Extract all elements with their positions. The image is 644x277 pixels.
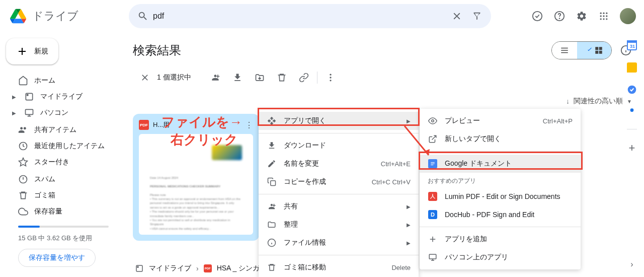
drive-icon	[135, 264, 144, 273]
calendar-icon[interactable]: 31	[627, 40, 637, 50]
sidebar-item-spam[interactable]: スパム	[6, 171, 125, 187]
tasks-icon[interactable]	[627, 85, 637, 95]
sidebar-item-home[interactable]: ホーム	[6, 73, 125, 89]
settings-icon[interactable]	[572, 6, 592, 26]
ctx-open-with[interactable]: アプリで開く▶	[259, 112, 419, 130]
sidebar-item-storage[interactable]: 保存容量	[6, 203, 125, 220]
submenu-newtab[interactable]: 新しいタブで開く	[420, 130, 581, 148]
svg-point-23	[330, 74, 331, 76]
add-panel-icon[interactable]: +	[629, 142, 635, 155]
selection-text: 1 個選択中	[157, 73, 191, 82]
chevron-right-icon: ›	[196, 264, 199, 272]
sidebar-item-mydrive[interactable]: ▶マイドライブ	[6, 89, 125, 105]
submenu-google-docs[interactable]: Google ドキュメント	[420, 155, 581, 173]
chevron-right-icon: ▶	[407, 118, 411, 124]
deselect-button[interactable]	[135, 67, 155, 88]
submenu-add-app[interactable]: アプリを追加	[420, 230, 581, 248]
dochub-icon: D	[428, 210, 438, 220]
grid-view-button[interactable]	[577, 42, 611, 59]
list-view-button[interactable]	[552, 42, 577, 59]
new-button[interactable]: 新規	[6, 38, 58, 64]
copy-icon	[267, 177, 277, 187]
search-icon[interactable]	[133, 6, 153, 26]
contacts-icon[interactable]	[627, 107, 637, 117]
ctx-copy[interactable]: コピーを作成Ctrl+C Ctrl+V	[259, 173, 419, 191]
collapse-panel-icon[interactable]: ›	[630, 260, 633, 269]
gdocs-icon	[428, 159, 438, 169]
svg-point-30	[432, 120, 434, 122]
chevron-right-icon: ▶	[10, 110, 18, 116]
sort-direction-icon[interactable]: ↓	[566, 97, 570, 105]
storage-bar	[18, 226, 109, 228]
sidebar-item-trash[interactable]: ゴミ箱	[6, 187, 125, 203]
trash-icon	[267, 262, 277, 272]
ctx-share[interactable]: 共有▶	[259, 197, 419, 216]
svg-point-24	[330, 77, 331, 78]
folder-icon	[267, 220, 277, 230]
computer-icon	[428, 252, 438, 262]
side-panel: 31 + ›	[620, 32, 644, 277]
sidebar-item-label: マイドライブ	[40, 92, 83, 101]
divider	[317, 72, 317, 84]
lumin-icon: 人	[428, 191, 438, 201]
home-icon	[18, 76, 28, 86]
keep-icon[interactable]	[627, 62, 637, 73]
svg-point-3	[600, 13, 602, 14]
ctx-rename[interactable]: 名前を変更Ctrl+Alt+E	[259, 155, 419, 173]
sidebar-item-label: ゴミ箱	[34, 191, 55, 200]
ctx-trash[interactable]: ゴミ箱に移動Delete	[259, 258, 419, 276]
svg-point-7	[603, 15, 604, 17]
breadcrumb: マイドライブ › PDF HSA _ シンガ	[133, 260, 262, 273]
upgrade-storage-button[interactable]: 保存容量を増やす	[18, 249, 96, 267]
drive-logo-icon[interactable]	[8, 6, 28, 26]
file-thumbnail: Date 14 August 2024PERSONAL MEDICATIONS …	[139, 134, 253, 235]
submenu-lumin[interactable]: 人Lumin PDF - Edit or Sign Documents	[420, 187, 581, 205]
more-actions-button[interactable]	[320, 67, 341, 88]
submenu-pc-app[interactable]: パソコン上のアプリ	[420, 248, 581, 266]
svg-point-9	[600, 18, 602, 20]
sidebar-item-starred[interactable]: スター付き	[6, 154, 125, 170]
apps-grid-icon[interactable]	[594, 6, 614, 26]
sidebar-item-label: スパム	[34, 175, 55, 184]
share-button[interactable]	[205, 67, 225, 88]
cloud-icon	[18, 206, 28, 217]
eye-icon	[428, 116, 438, 126]
breadcrumb-file[interactable]: HSA _ シンガ	[217, 264, 260, 273]
sort-label[interactable]: 関連性の高い順	[574, 97, 623, 106]
sidebar-item-label: 共有アイテム	[34, 125, 76, 134]
breadcrumb-root[interactable]: マイドライブ	[149, 264, 191, 273]
storage-text: 15 GB 中 3.62 GB を使用	[18, 234, 113, 243]
sidebar-item-computers[interactable]: ▶パソコン	[6, 105, 125, 121]
sidebar-item-recent[interactable]: 最近使用したアイテム	[6, 138, 125, 154]
help-icon[interactable]	[549, 6, 570, 26]
sidebar-item-shared[interactable]: 共有アイテム	[6, 122, 125, 138]
svg-point-35	[630, 108, 634, 112]
open-newtab-icon	[428, 134, 438, 144]
svg-point-4	[603, 13, 604, 14]
file-card[interactable]: PDF H...用 ⋮ Date 14 August 2024PERSONAL …	[133, 114, 259, 241]
more-icon[interactable]: ⋮	[245, 120, 253, 130]
ctx-organize[interactable]: 整理▶	[259, 216, 419, 234]
avatar[interactable]	[620, 8, 636, 24]
svg-point-10	[603, 18, 604, 20]
svg-rect-31	[429, 254, 436, 259]
ctx-download[interactable]: ダウンロード	[259, 136, 419, 155]
download-button[interactable]	[227, 67, 248, 88]
ready-offline-icon[interactable]	[527, 6, 547, 26]
submenu-heading: おすすめのアプリ	[420, 173, 581, 187]
submenu-dochub[interactable]: DDocHub - PDF Sign and Edit	[420, 205, 581, 224]
pdf-icon: PDF	[204, 264, 212, 272]
search-input[interactable]	[153, 12, 447, 21]
delete-button[interactable]	[272, 67, 292, 88]
move-button[interactable]	[250, 67, 270, 88]
svg-rect-19	[599, 47, 602, 50]
divider	[627, 129, 637, 129]
submenu-preview[interactable]: プレビューCtrl+Alt+P	[420, 112, 581, 130]
clear-search-icon[interactable]	[447, 6, 467, 26]
view-toggle-group	[551, 41, 612, 59]
svg-rect-20	[595, 51, 598, 54]
filter-icon[interactable]	[467, 6, 487, 26]
header: ドライブ	[0, 0, 644, 32]
ctx-fileinfo[interactable]: ファイル情報▶	[259, 234, 419, 252]
link-button[interactable]	[294, 67, 314, 88]
